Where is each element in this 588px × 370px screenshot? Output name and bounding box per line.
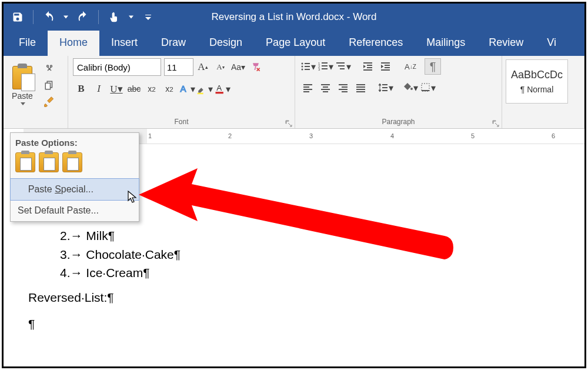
strikethrough-button[interactable]: abc bbox=[126, 81, 142, 97]
svg-rect-18 bbox=[336, 62, 345, 64]
svg-rect-21 bbox=[363, 62, 372, 64]
group-styles: AaBbCcDc ¶ Normal bbox=[502, 56, 584, 128]
svg-rect-33 bbox=[321, 84, 330, 85]
tab-file[interactable]: File bbox=[7, 31, 48, 56]
align-left-button[interactable] bbox=[300, 79, 316, 96]
svg-rect-36 bbox=[323, 91, 328, 92]
svg-rect-1 bbox=[45, 83, 50, 89]
svg-point-8 bbox=[302, 66, 303, 68]
shading-button[interactable]: ▾ bbox=[402, 79, 419, 96]
svg-rect-27 bbox=[385, 67, 390, 68]
paragraph: Reversed·List: bbox=[28, 288, 584, 307]
svg-text:A: A bbox=[216, 84, 222, 92]
numbering-button[interactable]: 123▾ bbox=[318, 58, 334, 75]
bullets-button[interactable]: ▾ bbox=[300, 58, 316, 75]
svg-rect-32 bbox=[303, 91, 309, 92]
shrink-font-button[interactable]: A▾ bbox=[212, 59, 229, 75]
svg-rect-5 bbox=[216, 92, 223, 94]
highlight-button[interactable]: ▾ bbox=[196, 81, 213, 97]
titlebar: Reversing a List in Word.docx - Word bbox=[4, 4, 584, 31]
svg-rect-22 bbox=[367, 65, 372, 66]
style-name: ¶ Normal bbox=[520, 85, 554, 94]
paste-merge-icon[interactable] bbox=[39, 152, 59, 172]
svg-text:3: 3 bbox=[318, 68, 320, 71]
style-normal[interactable]: AaBbCcDc ¶ Normal bbox=[506, 59, 568, 104]
font-name-combo[interactable] bbox=[73, 58, 161, 76]
paste-label: Paste bbox=[12, 91, 33, 101]
tab-review[interactable]: Review bbox=[477, 31, 535, 56]
undo-button[interactable] bbox=[39, 8, 58, 26]
paste-icon bbox=[12, 66, 32, 89]
svg-rect-20 bbox=[340, 68, 345, 69]
redo-button[interactable] bbox=[74, 8, 92, 26]
font-dialog-launcher[interactable] bbox=[285, 119, 292, 126]
save-button[interactable] bbox=[8, 8, 27, 26]
underline-button[interactable]: U▾ bbox=[108, 81, 125, 97]
show-hide-button[interactable]: ¶ bbox=[425, 58, 441, 75]
list-item: 2.→ Milk bbox=[39, 226, 584, 245]
svg-text:A: A bbox=[181, 84, 186, 94]
paragraph bbox=[28, 315, 584, 334]
paste-options-title: Paste Options: bbox=[11, 133, 139, 151]
svg-rect-15 bbox=[322, 65, 328, 66]
align-center-button[interactable] bbox=[318, 79, 334, 96]
svg-rect-45 bbox=[382, 84, 387, 85]
svg-rect-41 bbox=[356, 84, 365, 85]
paste-text-only-icon[interactable] bbox=[62, 152, 82, 172]
svg-rect-9 bbox=[305, 66, 310, 67]
borders-button[interactable]: ▾ bbox=[420, 79, 436, 96]
svg-rect-30 bbox=[303, 86, 309, 88]
paragraph-dialog-launcher[interactable] bbox=[492, 119, 499, 126]
increase-indent-button[interactable] bbox=[377, 58, 394, 75]
paste-special-menuitem[interactable]: Paste Special... bbox=[10, 178, 139, 201]
format-painter-button[interactable] bbox=[41, 95, 58, 109]
justify-button[interactable] bbox=[353, 79, 369, 96]
italic-button[interactable]: I bbox=[91, 81, 107, 97]
text-effects-button[interactable]: A▾ bbox=[179, 81, 195, 97]
touch-mode-button[interactable] bbox=[105, 8, 123, 26]
change-case-button[interactable]: Aa▾ bbox=[230, 59, 246, 75]
svg-rect-40 bbox=[342, 91, 348, 92]
svg-rect-42 bbox=[356, 86, 365, 88]
group-font: A▴ A▾ Aa▾ B I U▾ abc x2 x2 A▾ ▾ bbox=[68, 56, 295, 128]
clear-formatting-button[interactable] bbox=[248, 59, 264, 75]
svg-rect-17 bbox=[322, 68, 328, 69]
tab-mailings[interactable]: Mailings bbox=[415, 31, 477, 56]
svg-rect-7 bbox=[305, 63, 310, 64]
tab-view-truncated[interactable]: Vi bbox=[535, 31, 568, 56]
svg-rect-3 bbox=[198, 93, 203, 95]
decrease-indent-button[interactable] bbox=[360, 58, 376, 75]
paste-keep-source-icon[interactable] bbox=[15, 152, 35, 172]
undo-dropdown[interactable] bbox=[62, 8, 70, 26]
quick-access-toolbar bbox=[8, 8, 158, 26]
svg-point-48 bbox=[410, 88, 413, 90]
svg-rect-43 bbox=[356, 89, 365, 90]
customize-qat-button[interactable] bbox=[139, 8, 158, 26]
grow-font-button[interactable]: A▴ bbox=[195, 59, 211, 75]
subscript-button[interactable]: x2 bbox=[143, 81, 160, 97]
list-item: 3.→ Chocolate·Cake bbox=[39, 245, 584, 264]
chevron-down-icon bbox=[21, 102, 25, 105]
set-default-paste-menuitem[interactable]: Set Default Paste... bbox=[11, 200, 139, 221]
tab-design[interactable]: Design bbox=[198, 31, 254, 56]
bold-button[interactable]: B bbox=[73, 81, 89, 97]
tab-references[interactable]: References bbox=[337, 31, 415, 56]
touch-dropdown[interactable] bbox=[127, 8, 135, 26]
svg-rect-19 bbox=[338, 65, 345, 66]
sort-button[interactable]: A↓Z bbox=[402, 58, 419, 75]
tab-home[interactable]: Home bbox=[48, 31, 99, 56]
font-color-button[interactable]: A▾ bbox=[214, 81, 230, 97]
superscript-button[interactable]: x2 bbox=[161, 81, 178, 97]
svg-rect-47 bbox=[382, 90, 387, 91]
line-spacing-button[interactable]: ▾ bbox=[377, 79, 394, 96]
copy-button[interactable] bbox=[41, 78, 58, 92]
font-size-combo[interactable] bbox=[164, 58, 193, 76]
multilevel-list-button[interactable]: ▾ bbox=[335, 58, 352, 75]
tab-draw[interactable]: Draw bbox=[149, 31, 198, 56]
tab-page-layout[interactable]: Page Layout bbox=[254, 31, 337, 56]
svg-rect-37 bbox=[339, 84, 348, 85]
align-right-button[interactable] bbox=[335, 79, 352, 96]
paste-button[interactable]: Paste bbox=[8, 59, 36, 111]
tab-insert[interactable]: Insert bbox=[99, 31, 149, 56]
cut-button[interactable] bbox=[41, 62, 58, 76]
